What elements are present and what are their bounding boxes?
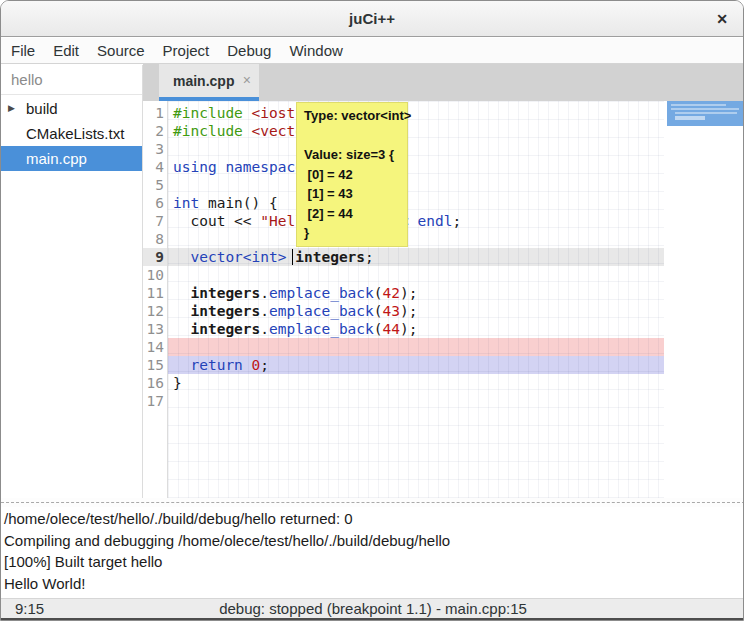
menu-item-file[interactable]: File bbox=[2, 40, 44, 61]
line-number[interactable]: 17 bbox=[143, 392, 164, 410]
gutter-border bbox=[167, 101, 168, 498]
code-line[interactable]: integers.emplace_back(43); bbox=[173, 302, 461, 320]
tree-item-cmakelists-txt[interactable]: CMakeLists.txt bbox=[1, 121, 142, 146]
line-number[interactable]: 5 bbox=[143, 176, 164, 194]
tab-bar: main.cpp × bbox=[143, 64, 744, 101]
tooltip-line bbox=[304, 126, 400, 146]
console-line: Hello World! bbox=[4, 573, 744, 595]
tab-main-cpp[interactable]: main.cpp × bbox=[159, 64, 259, 101]
code-line[interactable] bbox=[173, 338, 461, 356]
terminal-output[interactable]: /home/olece/test/hello/./build/debug/hel… bbox=[1, 507, 744, 598]
expander-icon[interactable]: ▶ bbox=[8, 96, 15, 121]
tree-item-label: build bbox=[26, 96, 58, 121]
line-number[interactable]: 16 bbox=[143, 374, 164, 392]
line-number[interactable]: 15 bbox=[143, 356, 164, 374]
tooltip-line: [0] = 42 bbox=[304, 165, 400, 185]
line-number[interactable]: 3 bbox=[143, 140, 164, 158]
tooltip-line: } bbox=[304, 223, 400, 243]
tree-item-label: main.cpp bbox=[26, 146, 87, 171]
gutter: 1234567891011121314151617 bbox=[143, 104, 164, 410]
menu-item-source[interactable]: Source bbox=[88, 40, 154, 61]
line-number[interactable]: 6 bbox=[143, 194, 164, 212]
line-number[interactable]: 7 bbox=[143, 212, 164, 230]
tooltip-line: [1] = 43 bbox=[304, 184, 400, 204]
text-cursor bbox=[292, 249, 293, 265]
project-name-label: hello bbox=[11, 71, 43, 88]
line-number[interactable]: 12 bbox=[143, 302, 164, 320]
app-window: juCi++ ✕ FileEditSourceProjectDebugWindo… bbox=[0, 0, 744, 621]
tooltip-line: [2] = 44 bbox=[304, 204, 400, 224]
line-number[interactable]: 1 bbox=[143, 104, 164, 122]
line-number[interactable]: 9 bbox=[143, 248, 164, 266]
close-button[interactable]: ✕ bbox=[711, 9, 733, 31]
window-title: juCi++ bbox=[1, 10, 743, 27]
file-tree: ▶buildCMakeLists.txtmain.cpp bbox=[1, 96, 142, 171]
tooltip-line: Value: size=3 { bbox=[304, 145, 400, 165]
tab-close-icon: × bbox=[243, 72, 251, 88]
code-line[interactable] bbox=[173, 392, 461, 410]
line-number[interactable]: 10 bbox=[143, 266, 164, 284]
line-number[interactable]: 14 bbox=[143, 338, 164, 356]
tab-label: main.cpp bbox=[173, 73, 234, 89]
debug-status-label: debug: stopped (breakpoint 1.1) - main.c… bbox=[1, 599, 744, 618]
code-line[interactable] bbox=[173, 266, 461, 284]
statusbar: 9:15 debug: stopped (breakpoint 1.1) - m… bbox=[1, 598, 744, 618]
debug-value-tooltip: Type: vector<int>Value: size=3 { [0] = 4… bbox=[296, 102, 408, 247]
code-editor[interactable]: 1234567891011121314151617 #include <iost… bbox=[143, 101, 744, 498]
close-icon: ✕ bbox=[716, 11, 728, 27]
menu-item-debug[interactable]: Debug bbox=[218, 40, 280, 61]
console-line: /home/olece/test/hello/./build/debug/hel… bbox=[4, 508, 744, 530]
sidebar: hello ▶buildCMakeLists.txtmain.cpp bbox=[1, 65, 142, 507]
code-line[interactable]: vector<int> integers; bbox=[173, 248, 461, 266]
tooltip-line: Type: vector<int> bbox=[304, 106, 400, 126]
titlebar: juCi++ ✕ bbox=[1, 1, 743, 37]
menu-item-project[interactable]: Project bbox=[154, 40, 219, 61]
line-number[interactable]: 11 bbox=[143, 284, 164, 302]
code-line[interactable]: integers.emplace_back(42); bbox=[173, 284, 461, 302]
code-line[interactable]: } bbox=[173, 374, 461, 392]
line-number[interactable]: 2 bbox=[143, 122, 164, 140]
console-line: [100%] Built target hello bbox=[4, 551, 744, 573]
tree-item-main-cpp[interactable]: main.cpp bbox=[1, 146, 142, 171]
line-number[interactable]: 8 bbox=[143, 230, 164, 248]
menubar: FileEditSourceProjectDebugWindow bbox=[1, 38, 743, 64]
menu-item-edit[interactable]: Edit bbox=[44, 40, 88, 61]
console-line: Compiling and debugging /home/olece/test… bbox=[4, 530, 744, 552]
code-line[interactable]: integers.emplace_back(44); bbox=[173, 320, 461, 338]
blue-overlay-popup bbox=[667, 101, 744, 126]
code-line[interactable]: return 0; bbox=[173, 356, 461, 374]
tab-close-button[interactable]: × bbox=[243, 72, 251, 88]
menu-item-window[interactable]: Window bbox=[280, 40, 351, 61]
line-number[interactable]: 4 bbox=[143, 158, 164, 176]
sidebar-separator bbox=[1, 94, 142, 95]
tree-item-label: CMakeLists.txt bbox=[26, 121, 124, 146]
editor-console-divider[interactable] bbox=[1, 498, 744, 507]
line-number[interactable]: 13 bbox=[143, 320, 164, 338]
tree-item-build[interactable]: ▶build bbox=[1, 96, 142, 121]
